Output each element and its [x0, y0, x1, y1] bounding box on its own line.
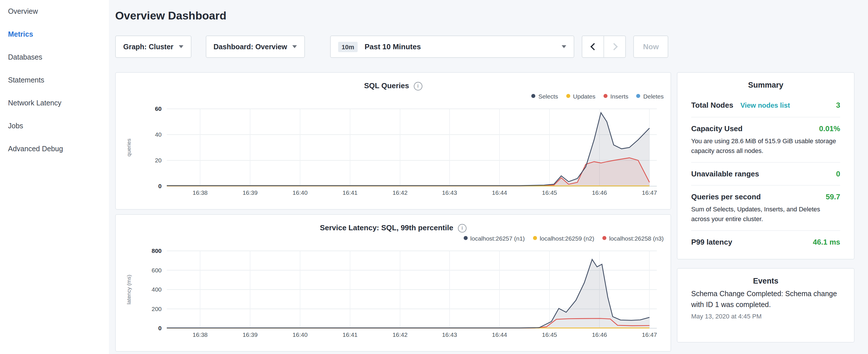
info-icon[interactable]: i: [414, 82, 423, 91]
info-icon[interactable]: i: [458, 224, 467, 232]
graph-scope-dropdown[interactable]: Graph: Cluster: [115, 35, 191, 58]
p99-latency-label: P99 latency: [691, 238, 732, 246]
svg-text:16:47: 16:47: [642, 331, 657, 338]
dashboard-dropdown-label: Dashboard: Overview: [214, 43, 287, 51]
svg-text:60: 60: [155, 105, 162, 112]
legend-dot-icon: [463, 236, 467, 240]
svg-text:16:43: 16:43: [442, 331, 457, 338]
svg-text:queries: queries: [126, 139, 132, 156]
events-panel: Events Schema Change Completed: Schema c…: [677, 268, 855, 343]
next-time-button[interactable]: [603, 35, 626, 58]
now-button[interactable]: Now: [633, 35, 669, 58]
svg-text:16:41: 16:41: [342, 331, 358, 338]
event-message: Schema Change Completed: Schema change w…: [691, 289, 840, 310]
sidebar-item-network-latency[interactable]: Network Latency: [0, 92, 109, 115]
view-nodes-list-link[interactable]: View nodes list: [741, 101, 790, 109]
time-step-buttons: [582, 35, 626, 58]
capacity-used-description: You are using 28.6 MiB of 515.9 GiB usab…: [691, 136, 840, 155]
svg-text:40: 40: [155, 131, 162, 138]
chart-legend: SelectsUpdatesInsertsDeletes: [123, 92, 664, 102]
svg-text:16:44: 16:44: [492, 189, 507, 196]
summary-panel: Summary Total Nodes View nodes list 3: [677, 72, 855, 259]
graph-scope-label: Graph: Cluster: [123, 43, 174, 51]
sidebar-item-advanced-debug[interactable]: Advanced Debug: [0, 137, 109, 160]
time-range-label: Past 10 Minutes: [365, 42, 421, 51]
svg-text:16:44: 16:44: [492, 331, 507, 338]
chevron-down-icon: [179, 45, 183, 48]
svg-text:16:42: 16:42: [393, 331, 408, 338]
sidebar-item-overview[interactable]: Overview: [0, 0, 109, 23]
legend-dot-icon: [602, 236, 607, 240]
event-list-item[interactable]: Schema Change Completed: Schema change w…: [691, 289, 840, 319]
legend-item: localhost:26257 (n1): [463, 234, 525, 242]
capacity-used-label: Capacity Used: [691, 124, 743, 133]
svg-text:16:39: 16:39: [242, 189, 258, 196]
svg-text:16:40: 16:40: [292, 331, 308, 338]
svg-text:16:47: 16:47: [642, 189, 657, 196]
chevron-down-icon: [562, 45, 566, 48]
svg-text:20: 20: [155, 157, 162, 164]
summary-row-unavailable-ranges: Unavailable ranges 0: [691, 162, 840, 185]
dashboard-controls: Graph: Cluster Dashboard: Overview 10m P…: [115, 35, 868, 58]
total-nodes-value: 3: [836, 101, 840, 109]
unavailable-ranges-label: Unavailable ranges: [691, 169, 759, 178]
queries-per-second-label: Queries per second: [691, 192, 761, 201]
svg-text:16:46: 16:46: [592, 331, 607, 338]
legend-dot-icon: [603, 94, 608, 98]
summary-row-capacity-used: Capacity Used 0.01% You are using 28.6 M…: [691, 117, 840, 162]
p99-latency-value: 46.1 ms: [813, 238, 840, 246]
queries-per-second-description: Sum of Selects, Updates, Inserts, and De…: [691, 204, 840, 223]
legend-dot-icon: [532, 94, 535, 98]
svg-text:16:43: 16:43: [442, 189, 457, 196]
dashboard-dropdown[interactable]: Dashboard: Overview: [206, 35, 305, 58]
event-timestamp: May 13, 2020 at 4:45 PM: [691, 313, 840, 319]
summary-row-p99-latency: P99 latency 46.1 ms: [691, 230, 840, 253]
app-window: Overview Metrics Databases Statements Ne…: [0, 0, 868, 354]
svg-text:600: 600: [152, 267, 162, 273]
sql-queries-chart: 020406016:3816:3916:4016:4116:4216:4316:…: [123, 104, 665, 199]
svg-text:16:41: 16:41: [342, 189, 358, 196]
sidebar-item-jobs[interactable]: Jobs: [0, 115, 109, 137]
summary-row-total-nodes: Total Nodes View nodes list 3: [691, 93, 840, 117]
sidebar: Overview Metrics Databases Statements Ne…: [0, 0, 109, 354]
service-latency-chart-card: Service Latency: SQL, 99th percentilei l…: [115, 214, 671, 352]
sidebar-item-statements[interactable]: Statements: [0, 69, 109, 92]
legend-dot-icon: [566, 94, 570, 98]
service-latency-chart: 020040060080016:3816:3916:4016:4116:4216…: [123, 246, 665, 341]
sidebar-item-metrics[interactable]: Metrics: [0, 23, 109, 46]
chart-title: SQL Queries: [364, 81, 409, 90]
svg-text:16:40: 16:40: [292, 189, 308, 196]
svg-text:16:46: 16:46: [592, 189, 607, 196]
legend-item: Deletes: [637, 93, 664, 99]
svg-text:0: 0: [158, 325, 162, 331]
summary-title: Summary: [691, 81, 840, 89]
legend-item: Updates: [566, 93, 595, 99]
legend-item: localhost:26259 (n2): [533, 234, 594, 242]
right-column: Summary Total Nodes View nodes list 3: [677, 72, 855, 343]
chart-title: Service Latency: SQL, 99th percentile: [320, 223, 453, 232]
summary-row-queries-per-second: Queries per second 59.7 Sum of Selects, …: [691, 185, 840, 230]
chevron-left-icon: [590, 43, 597, 50]
svg-text:16:42: 16:42: [393, 189, 408, 196]
chevron-right-icon: [610, 43, 617, 50]
legend-item: Selects: [532, 93, 558, 99]
dashboard-body: SQL Queriesi SelectsUpdatesInsertsDelete…: [115, 72, 868, 354]
time-window-dropdown[interactable]: 10m Past 10 Minutes: [330, 35, 574, 58]
unavailable-ranges-value: 0: [836, 169, 840, 178]
svg-text:800: 800: [152, 248, 162, 254]
legend-item: localhost:26258 (n3): [602, 234, 664, 242]
legend-dot-icon: [637, 94, 641, 98]
svg-text:latency (ms): latency (ms): [126, 275, 132, 304]
queries-per-second-value: 59.7: [826, 192, 840, 201]
charts-column: SQL Queriesi SelectsUpdatesInsertsDelete…: [115, 72, 671, 354]
sidebar-item-databases[interactable]: Databases: [0, 46, 109, 69]
chevron-down-icon: [292, 45, 297, 48]
prev-time-button[interactable]: [582, 35, 604, 58]
events-title: Events: [691, 277, 840, 285]
svg-text:16:38: 16:38: [192, 189, 208, 196]
svg-text:16:45: 16:45: [542, 189, 557, 196]
time-range-badge: 10m: [338, 41, 358, 52]
svg-text:16:38: 16:38: [192, 331, 208, 338]
legend-dot-icon: [533, 236, 537, 240]
sql-queries-chart-card: SQL Queriesi SelectsUpdatesInsertsDelete…: [115, 72, 671, 210]
